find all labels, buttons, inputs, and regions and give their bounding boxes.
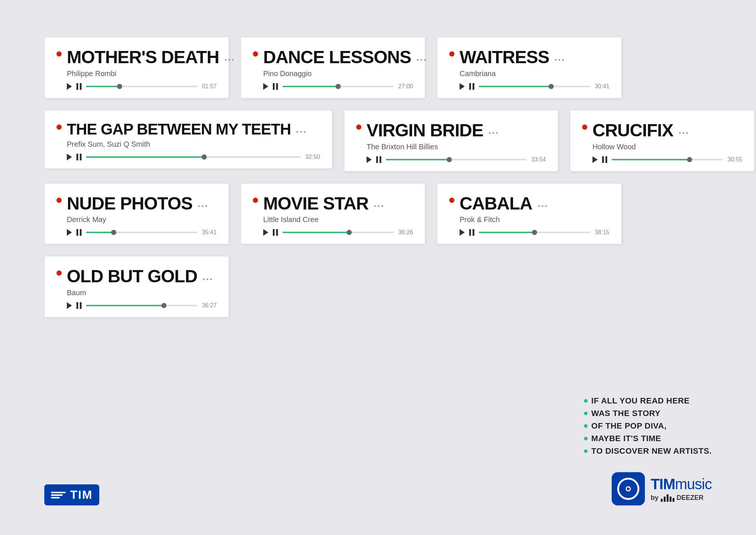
more-options[interactable]: ... xyxy=(202,271,213,283)
progress-fill xyxy=(479,86,551,87)
pause-bar-1 xyxy=(273,229,275,236)
play-button[interactable] xyxy=(460,83,465,90)
deezer-by-text: by xyxy=(651,494,659,502)
progress-track[interactable] xyxy=(86,232,197,233)
progress-track[interactable] xyxy=(479,86,590,87)
progress-track[interactable] xyxy=(612,159,723,160)
tagline-text: IF ALL YOU READ HERE xyxy=(591,396,690,406)
time-label: 27:00 xyxy=(398,83,413,90)
tagline-text: WAS THE STORY xyxy=(591,409,660,418)
more-options[interactable]: ... xyxy=(416,51,427,63)
card-virgin-bride: VIRGIN BRIDE ... The Brixton Hill Billie… xyxy=(344,110,558,171)
progress-thumb[interactable] xyxy=(347,230,352,235)
card-crucifix: CRUCIFIX ... Hollow Wood 30:55 xyxy=(570,110,755,171)
tagline-dot xyxy=(584,412,588,415)
status-dot xyxy=(449,51,454,57)
tagline-item-3: OF THE POP DIVA, xyxy=(584,421,712,431)
cards-row-3: OLD BUT GOLD ... Baum 36:27 xyxy=(44,256,712,317)
progress-track[interactable] xyxy=(86,305,197,306)
more-options[interactable]: ... xyxy=(224,51,235,63)
title-area: CRUCIFIX ... xyxy=(592,121,689,140)
timmusic-title-part2: music xyxy=(675,476,712,492)
progress-track[interactable] xyxy=(386,159,527,160)
time-label: 36:27 xyxy=(202,302,217,309)
pause-button[interactable] xyxy=(376,156,381,163)
track-artist: Cambriana xyxy=(460,69,609,78)
play-button[interactable] xyxy=(263,229,268,236)
main-container: MOTHER'S DEATH ... Philippe Rombi xyxy=(0,0,756,535)
progress-track[interactable] xyxy=(86,156,301,158)
progress-track[interactable] xyxy=(282,232,394,233)
pause-button[interactable] xyxy=(469,229,474,236)
card-header: WAITRESS ... xyxy=(449,48,609,67)
card-gap-between: THE GAP BETWEEN MY TEETH ... Prefix Sum,… xyxy=(44,110,332,169)
pause-button[interactable] xyxy=(602,156,607,163)
timmusic-title: TIMmusic xyxy=(651,476,712,493)
pause-bar-1 xyxy=(469,83,471,90)
timmusic-icon-dot xyxy=(626,486,631,491)
time-label: 33:54 xyxy=(531,156,546,163)
progress-track[interactable] xyxy=(282,86,394,87)
pause-button[interactable] xyxy=(76,302,82,309)
more-options[interactable]: ... xyxy=(296,123,307,135)
player-controls: 38:15 xyxy=(460,229,609,236)
pause-bar-1 xyxy=(76,229,78,236)
player-controls: 35:41 xyxy=(67,229,217,236)
more-options[interactable]: ... xyxy=(488,125,499,136)
pause-button[interactable] xyxy=(76,229,82,236)
progress-thumb[interactable] xyxy=(336,84,341,89)
pause-bar-1 xyxy=(376,156,378,163)
title-area: WAITRESS ... xyxy=(460,48,565,67)
play-button[interactable] xyxy=(67,83,72,90)
pause-bar-2 xyxy=(80,302,82,309)
card-old-but-gold: OLD BUT GOLD ... Baum 36:27 xyxy=(44,256,229,317)
progress-track[interactable] xyxy=(479,232,590,233)
deezer-bar-5 xyxy=(673,498,674,502)
progress-thumb[interactable] xyxy=(549,84,554,89)
card-mothers-death: MOTHER'S DEATH ... Philippe Rombi xyxy=(44,37,229,98)
progress-thumb[interactable] xyxy=(117,84,122,89)
play-button[interactable] xyxy=(67,229,72,236)
status-dot xyxy=(56,270,62,276)
more-options[interactable]: ... xyxy=(554,51,565,63)
pause-button[interactable] xyxy=(273,229,278,236)
play-button[interactable] xyxy=(460,229,465,236)
progress-track[interactable] xyxy=(86,86,197,87)
progress-thumb[interactable] xyxy=(447,157,452,162)
tim-brand-text: TIM xyxy=(70,488,93,502)
more-options[interactable]: ... xyxy=(374,198,384,209)
progress-thumb[interactable] xyxy=(161,303,166,308)
play-button[interactable] xyxy=(263,83,268,90)
pause-bar-2 xyxy=(379,156,381,163)
player-controls: 32:50 xyxy=(67,154,320,160)
play-button[interactable] xyxy=(592,156,598,163)
player-controls: 01:57 xyxy=(67,83,217,90)
status-dot xyxy=(356,125,361,130)
title-area: THE GAP BETWEEN MY TEETH ... xyxy=(67,121,307,138)
more-options[interactable]: ... xyxy=(537,198,548,209)
bottom-section: TIM IF ALL YOU READ HERE WAS THE STORY O… xyxy=(44,396,712,505)
more-options[interactable]: ... xyxy=(678,125,689,136)
pause-bar-2 xyxy=(472,229,474,236)
pause-button[interactable] xyxy=(469,83,474,90)
progress-thumb[interactable] xyxy=(202,154,207,160)
pause-button[interactable] xyxy=(273,83,278,90)
tagline-item-2: WAS THE STORY xyxy=(584,409,712,418)
play-button[interactable] xyxy=(367,156,372,163)
progress-thumb[interactable] xyxy=(111,230,116,235)
play-button[interactable] xyxy=(67,302,72,309)
track-artist: Hollow Wood xyxy=(592,143,742,151)
progress-thumb[interactable] xyxy=(532,230,537,235)
progress-fill xyxy=(282,232,349,233)
track-artist: Little Island Cree xyxy=(263,215,413,224)
play-button[interactable] xyxy=(67,154,72,160)
track-artist: Pino Donaggio xyxy=(263,69,413,78)
time-label: 01:57 xyxy=(202,83,217,90)
pause-bar-1 xyxy=(76,83,78,90)
more-options[interactable]: ... xyxy=(197,198,208,209)
pause-button[interactable] xyxy=(76,154,82,160)
pause-bar-1 xyxy=(76,302,78,309)
progress-thumb[interactable] xyxy=(687,157,692,162)
card-header: MOTHER'S DEATH ... xyxy=(56,48,217,67)
pause-button[interactable] xyxy=(76,83,82,90)
